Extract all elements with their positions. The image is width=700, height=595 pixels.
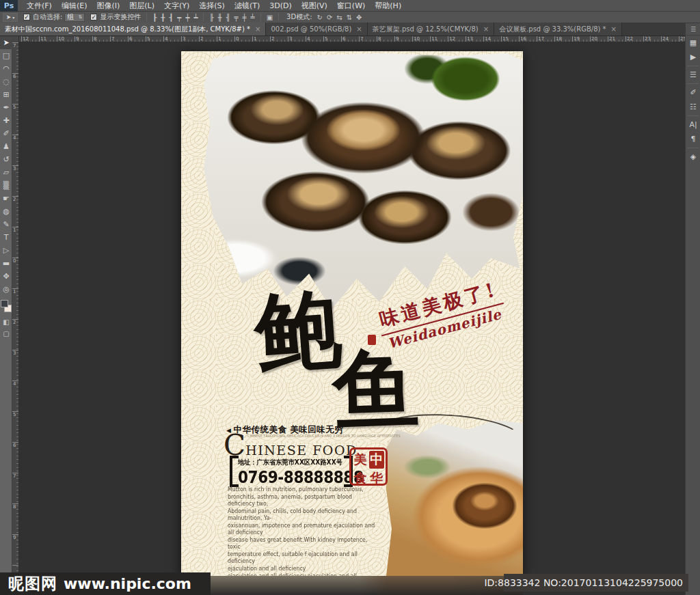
show-transform-checkbox[interactable]: ✓	[90, 14, 97, 20]
dodge-tool[interactable]: ◍	[0, 205, 12, 218]
3d-mode-icon-0[interactable]: ↻	[317, 14, 323, 21]
align-icon-5[interactable]: ┷	[193, 14, 198, 21]
menu-layer[interactable]: 图层(L)	[124, 0, 159, 12]
clone-stamp-tool[interactable]: ♟	[0, 140, 12, 153]
crop-tool[interactable]: ⊞	[0, 88, 12, 101]
smudge-tool[interactable]: ☛	[0, 192, 12, 205]
3d-mode-icon-2[interactable]: ⇆	[336, 14, 342, 21]
menu-3d[interactable]: 3D(D)	[265, 0, 297, 12]
ruler-label: 2	[13, 197, 16, 202]
ruler-label: 11	[40, 36, 46, 42]
menu-window[interactable]: 窗口(W)	[332, 0, 370, 12]
menu-type[interactable]: 文字(Y)	[159, 0, 194, 12]
lasso-tool[interactable]: ◠	[0, 62, 12, 75]
screen-mode-button[interactable]: ▢	[0, 328, 12, 340]
actions-panel-icon[interactable]: ▶	[686, 50, 700, 64]
marquee-tool[interactable]: □	[0, 49, 12, 62]
3d-panel-icon[interactable]: ◈	[686, 150, 700, 164]
3d-mode-icon-4[interactable]: ✥	[356, 14, 362, 21]
tab-title: 002.psd @ 50%(RGB/8)	[271, 25, 351, 33]
distribute-icon-1[interactable]: ╫	[217, 14, 221, 21]
healing-brush-tool[interactable]: ✚	[0, 114, 12, 127]
distribute-icon-4[interactable]: ╪	[243, 14, 247, 21]
brush-presets-panel-icon[interactable]: ☷	[686, 100, 700, 114]
tab-close-icon[interactable]: ×	[483, 25, 489, 33]
foreground-color-swatch[interactable]	[1, 300, 8, 307]
menu-edit[interactable]: 编辑(E)	[57, 0, 92, 12]
horizontal-ruler: 1211109876543210123456789101112131415161…	[19, 36, 685, 42]
ruler-label: 12	[23, 36, 29, 42]
pen-tool[interactable]: ✎	[0, 218, 12, 231]
3d-mode-icon-1[interactable]: ⟳	[327, 14, 332, 21]
poster-document[interactable]: 味道美极了! Weidaomeijile 鲍 鱼 ◀ 中华传统美食 美味回味无穷…	[181, 51, 523, 576]
show-transform-label: 显示变换控件	[100, 12, 141, 22]
align-icon-4[interactable]: ┿	[185, 14, 189, 21]
divider	[687, 83, 699, 84]
align-icon-0[interactable]: ┠	[152, 14, 157, 21]
watermark-id: ID:8833342 NO:20170113104225975000	[504, 574, 688, 592]
ruler-label: 24	[662, 36, 669, 42]
menu-image[interactable]: 图像(I)	[92, 0, 124, 12]
ruler-label: 5	[13, 412, 16, 417]
quick-mask-button[interactable]: ◧	[0, 316, 12, 328]
ruler-label: 1	[13, 227, 16, 233]
align-icon-3[interactable]: ┯	[177, 14, 181, 21]
auto-select-label: 自动选择:	[33, 12, 62, 22]
auto-select-dropdown[interactable]: 组 ⇅	[64, 13, 85, 22]
hand-tool[interactable]: ✥	[0, 270, 12, 283]
history-brush-tool[interactable]: ↺	[0, 153, 12, 166]
document-tab[interactable]: 002.psd @ 50%(RGB/8)×	[266, 23, 367, 36]
menu-file[interactable]: 文件(F)	[22, 0, 57, 12]
align-icon-2[interactable]: ┨	[169, 14, 173, 21]
ruler-label: 0	[236, 36, 239, 42]
ruler-label: 2	[200, 36, 203, 42]
poster-reflection	[181, 576, 523, 595]
move-tool-options-icon[interactable]: ➤ ▾	[3, 13, 18, 22]
tools-panel: ➤□◠◌⊞✒✚✐♟↺▱▒☛◍✎T▷▬✥◎ ◧ ▢	[0, 36, 12, 595]
brush-panel-icon[interactable]: ✐	[686, 85, 700, 100]
menu-filter[interactable]: 滤镜(T)	[230, 0, 265, 12]
tab-close-icon[interactable]: ×	[356, 25, 362, 33]
move-tool[interactable]: ➤	[0, 36, 12, 49]
path-selection-tool[interactable]: ▷	[0, 244, 12, 257]
quick-selection-tool[interactable]: ◌	[0, 75, 12, 88]
site-url: www.nipic.com	[64, 575, 191, 592]
eraser-tool[interactable]: ▱	[0, 166, 12, 179]
3d-mode-icon-3[interactable]: ⇅	[347, 14, 352, 21]
paragraph-panel-icon[interactable]: ¶	[686, 132, 700, 146]
ruler-label: 7	[13, 43, 16, 49]
document-tab[interactable]: 素材中国sccnn.com_201608011048.psd @ 8.33%(图…	[0, 23, 266, 36]
tab-close-icon[interactable]: ×	[255, 25, 260, 33]
collapse-panels-icon[interactable]: ☰	[686, 23, 700, 36]
updown-caret-icon: ⇅	[78, 14, 82, 20]
ruler-label: 18	[556, 36, 562, 42]
eyedropper-tool[interactable]: ✒	[0, 101, 12, 114]
gradient-tool[interactable]: ▒	[0, 179, 12, 192]
distribute-icon-0[interactable]: ╟	[209, 14, 213, 21]
brush-tool[interactable]: ✐	[0, 127, 12, 140]
shape-tool[interactable]: ▬	[0, 257, 12, 270]
layer-comps-panel-icon[interactable]: ☰	[686, 68, 700, 82]
history-panel-icon[interactable]: ▦	[686, 36, 700, 50]
auto-select-checkbox[interactable]: ✓	[23, 14, 30, 20]
character-panel-icon[interactable]: A|	[686, 117, 700, 132]
type-tool[interactable]: T	[0, 231, 12, 244]
title-char-bao: 鲍	[252, 285, 344, 376]
menu-help[interactable]: 帮助(H)	[370, 0, 406, 12]
separator	[203, 13, 204, 21]
ruler-label: 6	[129, 36, 132, 42]
small-red-seal	[368, 335, 376, 345]
menu-view[interactable]: 视图(V)	[297, 0, 332, 12]
ruler-label: 1	[218, 36, 221, 42]
document-tab[interactable]: 会议展板.psd @ 33.3%(RGB/8) *×	[494, 23, 622, 36]
distribute-icon-3[interactable]: ╤	[234, 14, 239, 21]
menu-select[interactable]: 选择(S)	[194, 0, 230, 12]
align-icon-1[interactable]: ╂	[161, 14, 165, 21]
zoom-tool[interactable]: ◎	[0, 283, 12, 296]
distribute-icon-5[interactable]: ╧	[251, 14, 255, 21]
auto-align-layers-icon[interactable]: ▣	[267, 14, 273, 21]
tab-close-icon[interactable]: ×	[611, 25, 617, 33]
3d-mode-label: 3D模式:	[286, 12, 312, 22]
document-tab[interactable]: 茶艺展架.psd @ 12.5%(CMYK/8)×	[368, 23, 494, 36]
distribute-icon-2[interactable]: ╢	[226, 14, 230, 21]
